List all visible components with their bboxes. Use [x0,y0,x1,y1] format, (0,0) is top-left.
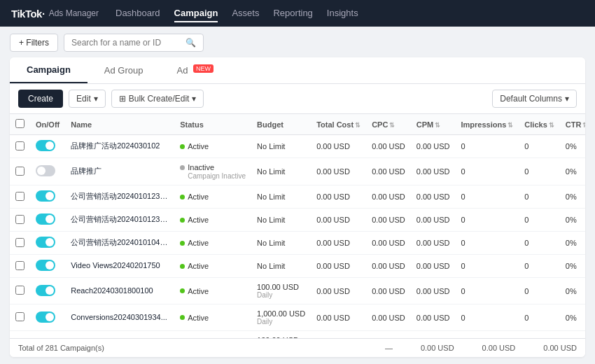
tab-adgroup[interactable]: Ad Group [88,58,160,83]
campaign-table: On/Off Name Status Budget Total Cost⇅ CP… [10,114,585,338]
select-all-checkbox[interactable] [15,119,24,128]
campaign-toggle[interactable] [36,214,55,225]
total-cost-cell: 0.00 USD [311,232,366,255]
table-row: Reach20240301800100 Active 100.00 USD Da… [10,278,585,304]
total-campaigns-label: Total of 281 Campaign(s) [18,344,104,352]
ctr-cell: 0% [560,158,585,186]
row-checkbox[interactable] [15,261,24,270]
row-checkbox[interactable] [15,167,24,176]
campaign-toggle[interactable] [36,165,55,176]
campaign-toggle[interactable] [36,237,55,248]
cpc-cell: 0.00 USD [366,186,411,209]
clicks-cell: 0 [519,304,559,331]
cpc-cell: 0.00 USD [366,255,411,278]
col-ctr[interactable]: CTR⇅ [560,114,585,135]
col-cpm[interactable]: CPM⇅ [411,114,456,135]
cpm-cell: 0.00 USD [411,158,456,186]
tabs-row: Campaign Ad Group Ad NEW [10,57,585,84]
nav-assets[interactable]: Assets [232,5,259,22]
row-checkbox[interactable] [15,141,24,150]
ctr-cell: 0% [560,278,585,304]
cpm-cell: 0.00 USD [411,135,456,158]
filter-button[interactable]: + Filters [10,34,58,52]
campaign-toggle[interactable] [36,260,55,271]
ctr-cell: 0% [560,135,585,158]
row-checkbox[interactable] [15,312,24,321]
campaign-name: 公司营销活动20240101230101 [71,191,169,202]
col-status: Status [174,114,251,135]
impressions-cell: 0 [456,331,519,339]
nav-campaign[interactable]: Campaign [174,5,218,22]
row-checkbox[interactable] [15,192,24,201]
columns-button[interactable]: Default Columns ▾ [492,90,577,108]
row-checkbox[interactable] [15,215,24,224]
table-row: 公司营销活动2024010104040446 Active 100.00 USD… [10,331,585,339]
budget-cell: No Limit [251,255,311,278]
create-button[interactable]: Create [18,90,63,108]
budget-cell: No Limit [251,232,311,255]
impressions-cell: 0 [456,186,519,209]
total-cost-cell: 0.00 USD [311,331,366,339]
budget-cell: No Limit [251,209,311,232]
nav-dashboard[interactable]: Dashboard [115,5,160,22]
status-cell: Active [180,239,246,247]
status-dot [180,315,185,320]
cpm-cell: 0.00 USD [411,209,456,232]
ctr-cell: 0% [560,331,585,339]
campaign-toggle[interactable] [36,312,55,323]
budget-cell: 1,000.00 USD Daily [251,304,311,331]
bulk-chevron-icon: ▾ [192,94,196,104]
status-cell: Active [180,262,246,270]
budget-cell: 100.00 USD Daily [251,331,311,339]
campaign-name: Conversions20240301934... [71,313,167,321]
clicks-cell: 0 [519,135,559,158]
status-dot [180,264,185,269]
row-checkbox[interactable] [15,238,24,247]
col-cpc[interactable]: CPC⇅ [366,114,411,135]
edit-chevron-icon: ▾ [94,94,98,104]
col-totalcost[interactable]: Total Cost⇅ [311,114,366,135]
total-cost-cell: 0.00 USD [311,209,366,232]
search-icon: 🔍 [186,38,196,48]
search-input[interactable] [71,38,181,48]
clicks-cell: 0 [519,255,559,278]
cpc-cell: 0.00 USD [366,209,411,232]
cpc-cell: 0.00 USD [366,331,411,339]
col-impressions[interactable]: Impressions⇅ [456,114,519,135]
campaign-toggle[interactable] [36,140,55,151]
cpm-cell: 0.00 USD [411,304,456,331]
tab-campaign[interactable]: Campaign [10,57,88,83]
search-box: 🔍 [64,34,204,52]
campaign-name: Video Views20240201750 [71,261,160,270]
table-row: 公司营销活动20240101040408 Active No Limit 0.0… [10,232,585,255]
campaign-toggle[interactable] [36,285,55,296]
cpm-cell: 0.00 USD [411,255,456,278]
tab-ad[interactable]: Ad NEW [160,58,231,83]
status-dot [180,144,185,149]
toolbar-left: Create Edit ▾ ⊞ Bulk Create/Edit ▾ [18,90,204,108]
status-text: Active [188,142,209,150]
campaign-toggle[interactable] [36,190,55,202]
table-footer: Total of 281 Campaign(s) — 0.00 USD 0.00… [10,338,585,357]
tab-ad-label: Ad [177,65,188,76]
clicks-cell: 0 [519,186,559,209]
clicks-cell: 0 [519,232,559,255]
total-cost-cell: 0.00 USD [311,255,366,278]
col-onoff: On/Off [30,114,65,135]
bulk-create-button[interactable]: ⊞ Bulk Create/Edit ▾ [111,90,204,108]
status-cell: Active [180,192,246,201]
tab-adgroup-label: Ad Group [104,65,144,76]
nav-reporting[interactable]: Reporting [273,5,312,22]
col-clicks[interactable]: Clicks⇅ [519,114,559,135]
ctr-cell: 0% [560,232,585,255]
status-text: Active [188,314,209,322]
impressions-cell: 0 [456,209,519,232]
total-cost-cell: 0.00 USD [311,135,366,158]
nav-insights[interactable]: Insights [327,5,358,22]
cpc-cell: 0.00 USD [366,135,411,158]
table-row: Conversions20240301934... Active 1,000.0… [10,304,585,331]
edit-button[interactable]: Edit ▾ [69,90,106,108]
clicks-cell: 0 [519,158,559,186]
row-checkbox[interactable] [15,286,24,295]
budget-cell: 100.00 USD Daily [251,278,311,304]
